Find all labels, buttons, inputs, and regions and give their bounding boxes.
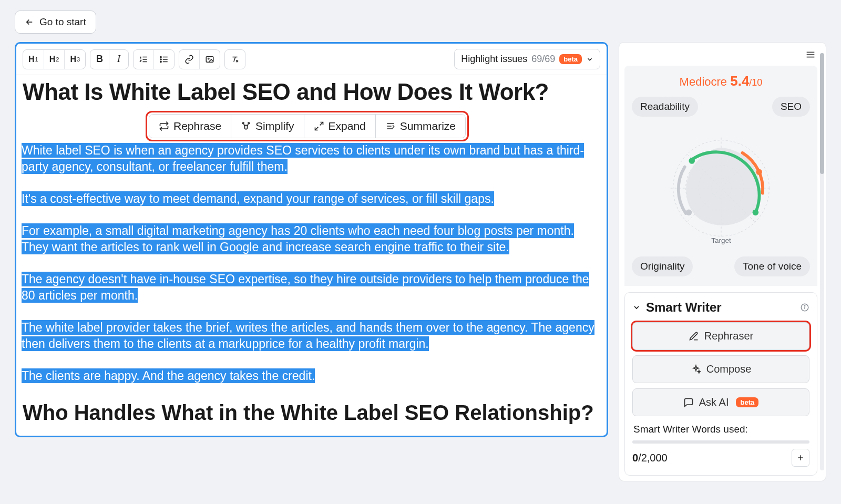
paragraph-2: It's a cost-effective way to meet demand… [22, 191, 494, 206]
scrollbar-thumb[interactable] [820, 53, 824, 174]
document-heading-2[interactable]: Who Handles What in the White Label SEO … [22, 400, 601, 425]
unordered-list-button[interactable] [154, 50, 174, 69]
words-used-progress [632, 440, 809, 444]
summarize-icon [385, 121, 396, 131]
radar-chart-svg: Target [655, 120, 787, 256]
rephrase-label: Rephrase [173, 120, 221, 132]
italic-button[interactable]: I [109, 50, 128, 69]
simplify-icon [241, 121, 251, 131]
heading-group: H1 H2 H3 [23, 49, 86, 69]
ordered-list-button[interactable] [134, 50, 154, 69]
content-score: Mediocre 5.4/10 [624, 73, 817, 89]
radar-chart: Target [624, 120, 817, 256]
svg-point-6 [160, 56, 161, 57]
info-icon[interactable] [800, 303, 809, 312]
rephrase-icon [159, 121, 169, 131]
paragraph-4: The agency doesn't have in-house SEO exp… [22, 272, 589, 303]
image-icon [205, 55, 214, 64]
clear-format-button[interactable] [225, 50, 245, 69]
link-icon [184, 55, 194, 64]
beta-badge: beta [736, 397, 758, 407]
score-max: /10 [749, 77, 762, 88]
paragraph-5: The white label provider takes the brief… [22, 320, 594, 351]
svg-point-35 [804, 305, 805, 306]
chip-seo[interactable]: SEO [772, 97, 810, 117]
rephraser-label: Rephraser [704, 330, 753, 342]
svg-point-32 [685, 209, 692, 215]
highlight-issues-count: 69/69 [531, 54, 555, 65]
document-title[interactable]: What Is White Label SEO and How Does It … [22, 78, 601, 106]
svg-line-14 [315, 127, 318, 130]
expand-label: Expand [329, 120, 366, 132]
summarize-label: Summarize [400, 120, 456, 132]
paragraph-6: The clients are happy. And the agency ta… [22, 368, 315, 383]
add-words-button[interactable] [792, 449, 809, 467]
document-title-text: What Is White Label SEO and How Does It … [23, 79, 549, 105]
svg-point-10 [208, 58, 209, 59]
heading-3-button[interactable]: H3 [65, 50, 85, 69]
format-group: B I [90, 49, 129, 69]
expand-icon [314, 121, 324, 131]
rephraser-icon [689, 331, 699, 342]
svg-line-13 [320, 122, 323, 126]
compose-icon [691, 364, 701, 375]
svg-point-7 [160, 58, 161, 59]
chip-readability[interactable]: Readability [632, 97, 698, 117]
document-text[interactable]: White label SEO is when an agency provid… [22, 142, 601, 384]
plus-icon [796, 454, 805, 462]
words-used-value: 0/2,000 [632, 452, 668, 464]
link-button[interactable] [179, 50, 200, 69]
heading-1-button[interactable]: H1 [23, 50, 44, 69]
chip-originality[interactable]: Originality [632, 256, 693, 276]
words-limit: /2,000 [638, 452, 668, 464]
ordered-list-icon [139, 55, 148, 64]
ask-ai-label: Ask AI [699, 396, 729, 408]
svg-point-8 [160, 61, 161, 62]
summarize-button[interactable]: Summarize [376, 115, 465, 138]
go-to-start-button[interactable]: Go to start [15, 11, 96, 34]
editor-panel: H1 H2 H3 B I [15, 42, 608, 437]
bold-button[interactable]: B [90, 50, 109, 69]
svg-point-30 [752, 209, 758, 215]
radar-target-label: Target [711, 236, 731, 244]
score-label: Mediocre [680, 75, 727, 88]
svg-point-31 [756, 169, 762, 175]
words-used-count: 0 [632, 452, 638, 464]
document-body[interactable]: What Is White Label SEO and How Does It … [16, 75, 607, 436]
compose-button[interactable]: Compose [632, 355, 809, 383]
unordered-list-icon [159, 55, 169, 64]
highlight-issues-dropdown[interactable]: Highlight issues 69/69 beta [454, 49, 600, 69]
words-used-label: Smart Writer Words used: [633, 424, 809, 435]
clear-group [224, 49, 245, 69]
smart-writer-header[interactable]: Smart Writer [632, 300, 809, 315]
compose-label: Compose [706, 363, 752, 375]
highlight-issues-label: Highlight issues [461, 54, 527, 65]
chip-tone[interactable]: Tone of voice [734, 256, 810, 276]
list-group [133, 49, 175, 69]
smart-writer-card: Smart Writer Rephraser Compose Ask AI be… [624, 292, 817, 476]
svg-point-29 [689, 158, 695, 164]
simplify-label: Simplify [255, 120, 294, 132]
paragraph-1: White label SEO is when an agency provid… [22, 143, 584, 174]
side-panel: Mediocre 5.4/10 Readability SEO [619, 42, 826, 481]
side-menu-button[interactable] [805, 49, 816, 63]
chevron-down-icon [586, 56, 593, 63]
chat-icon [683, 397, 694, 408]
insert-group [179, 49, 220, 69]
smart-writer-title: Smart Writer [646, 300, 795, 315]
selection-actions-toolbar: Rephrase Simplify Expand Summarize [146, 111, 469, 141]
paragraph-3: For example, a small digital marketing a… [22, 223, 574, 254]
image-button[interactable] [200, 50, 220, 69]
editor-toolbar: H1 H2 H3 B I [16, 44, 607, 75]
ask-ai-button[interactable]: Ask AI beta [632, 388, 809, 416]
rephrase-button[interactable]: Rephrase [149, 115, 231, 138]
chevron-down-icon [632, 303, 641, 312]
rephraser-button[interactable]: Rephraser [632, 322, 809, 350]
hamburger-icon [805, 49, 816, 60]
expand-button[interactable]: Expand [304, 115, 376, 138]
clear-format-icon [230, 55, 240, 64]
arrow-left-icon [25, 17, 34, 27]
beta-badge: beta [559, 54, 582, 64]
heading-2-button[interactable]: H2 [44, 50, 65, 69]
simplify-button[interactable]: Simplify [231, 115, 304, 138]
